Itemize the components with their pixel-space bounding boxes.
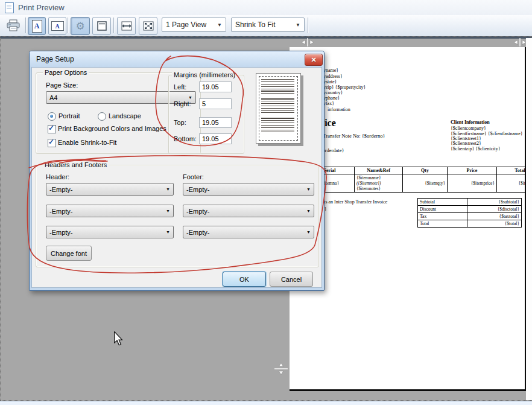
doc-client-heading: Client Information [451, 120, 490, 125]
doc-client-line: {$clientstreet2} [451, 141, 481, 146]
summary-label: Total [418, 220, 467, 228]
landscape-button[interactable]: A [48, 17, 66, 35]
items-header-cell: Price [448, 167, 497, 174]
ok-button[interactable]: OK [223, 272, 266, 287]
margin-top-input[interactable] [199, 117, 232, 128]
items-data-row: {$itemno} {$itemname} ({$itemnote}) {$it… [305, 174, 527, 193]
item-price-cell: {$itemprice} [448, 174, 497, 193]
page-size-label: Page Size: [46, 81, 78, 89]
cancel-button[interactable]: Cancel [270, 272, 313, 287]
fit-page-button[interactable] [139, 17, 157, 35]
enable-shrink-checkbox[interactable] [48, 139, 56, 147]
item-note-line: ({$itemnote}) [356, 180, 401, 186]
enable-shrink-label: Enable Shrink-to-Fit [58, 139, 116, 146]
summary-label: Subtotal [418, 199, 467, 206]
print-background-checkbox[interactable] [48, 125, 56, 133]
page-view-select[interactable]: 1 Page View ▼ [162, 18, 226, 32]
thumbnail-text-block [261, 79, 294, 94]
thumbnail-text-block [261, 98, 294, 113]
header-select-3[interactable]: -Empty- ▼ [46, 226, 174, 238]
headers-footers-legend: Headers and Footers [43, 161, 109, 168]
footer-select-value: -Empty- [186, 186, 210, 193]
shrink-to-fit-select[interactable]: Shrink To Fit ▼ [231, 18, 305, 32]
mouse-cursor [113, 331, 123, 346]
doc-note-line: This is an Inter Shop Transfer Invoice [314, 199, 387, 205]
chevron-down-icon: ▼ [166, 230, 170, 234]
chevron-down-icon: ▼ [166, 187, 170, 191]
header-select-1[interactable]: -Empty- ▼ [46, 183, 174, 196]
item-total-cell: {$itemtotal} [497, 174, 527, 193]
header-label: Header: [46, 173, 69, 180]
gear-icon: ⚙ [75, 21, 84, 31]
portrait-button[interactable]: A [28, 17, 46, 35]
footer-select-value: -Empty- [186, 229, 210, 236]
status-bar [0, 401, 532, 405]
summary-row: Tax {$taxtotal} [418, 213, 522, 220]
window-titlebar: Print Preview [0, 0, 532, 16]
page-setup-dialog: Page Setup ✕ Paper Options Page Size: A4… [29, 51, 325, 291]
toolbar: A A ⚙ [0, 15, 532, 37]
toolbar-separator [25, 18, 27, 33]
margin-right-label: Right: [174, 100, 191, 107]
items-header-cell: Name&Ref [355, 167, 403, 174]
thumbnail-text-block [261, 118, 294, 132]
full-page-icon [97, 21, 107, 31]
dialog-title: Page Setup [36, 55, 74, 63]
dialog-titlebar[interactable]: Page Setup [30, 51, 324, 67]
portrait-radio[interactable] [48, 112, 56, 121]
page-preview-thumbnail [256, 73, 301, 144]
summary-value: {$taxtotal} [467, 213, 522, 220]
summary-row: Discount {$disctotal} [418, 206, 522, 213]
landscape-page-icon: A [51, 21, 64, 31]
toolbar-separator [68, 18, 69, 33]
page-size-value: A4 [49, 94, 57, 101]
header-select-value: -Empty- [49, 186, 73, 193]
close-button[interactable]: ✕ [305, 54, 323, 66]
doc-items-table: Serial Name&Ref Qty Price Total {$itemno… [305, 167, 526, 193]
header-select-value: -Empty- [49, 208, 73, 215]
footer-select-2[interactable]: -Empty- ▼ [183, 205, 314, 217]
print-button[interactable] [3, 17, 24, 34]
margin-left-input[interactable] [199, 81, 232, 92]
horizontal-splitter-handle[interactable] [512, 38, 528, 46]
items-header-row: Serial Name&Ref Qty Price Total [305, 167, 527, 174]
window-title: Print Preview [18, 3, 65, 12]
doc-client-line: {$clientcompany} [451, 126, 486, 131]
header-select-2[interactable]: -Empty- ▼ [46, 205, 174, 217]
fit-width-icon [121, 21, 132, 31]
chevron-down-icon: ▼ [212, 22, 222, 28]
fit-width-button[interactable] [117, 17, 136, 35]
toolbar-separator [308, 18, 309, 33]
page-view-value: 1 Page View [166, 21, 206, 29]
right-pane-edge [526, 38, 532, 400]
landscape-radio[interactable] [98, 112, 106, 121]
page-setup-button[interactable]: ⚙ [71, 17, 90, 35]
item-notes-line: {$itemnotes} [356, 186, 401, 191]
margin-bottom-input[interactable] [199, 133, 232, 144]
margin-right-input[interactable] [199, 98, 232, 109]
change-font-button[interactable]: Change font [46, 246, 92, 261]
doc-client-line: {$clientzip} {$clientcity} [451, 146, 501, 151]
doc-summary-table: Subtotal {$subtotal} Discount {$disctota… [417, 198, 522, 228]
summary-value: {$total} [467, 220, 522, 228]
footer-select-3[interactable]: -Empty- ▼ [183, 226, 314, 238]
items-header-cell: Qty [403, 167, 448, 174]
chevron-down-icon: ▼ [306, 187, 311, 191]
margin-bottom-label: Bottom: [174, 135, 197, 142]
footer-select-1[interactable]: -Empty- ▼ [183, 183, 314, 196]
portrait-label: Portrait [59, 112, 80, 120]
print-background-label: Print Background Colors and Images [58, 125, 166, 132]
chevron-down-icon: ▼ [306, 209, 311, 213]
item-name-line: {$itemname} [356, 175, 401, 180]
items-header-cell: Total [497, 167, 527, 174]
close-icon: ✕ [311, 56, 316, 64]
margin-top-label: Top: [174, 119, 186, 126]
vertical-splitter-handle[interactable] [274, 362, 288, 376]
horizontal-splitter-handle[interactable] [300, 38, 315, 46]
full-page-view-button[interactable] [92, 17, 111, 35]
chevron-down-icon: ▼ [166, 209, 170, 213]
print-icon [6, 19, 21, 31]
margin-left-label: Left: [174, 83, 186, 91]
doc-property-line: information [328, 107, 350, 112]
summary-value: {$subtotal} [467, 199, 522, 206]
